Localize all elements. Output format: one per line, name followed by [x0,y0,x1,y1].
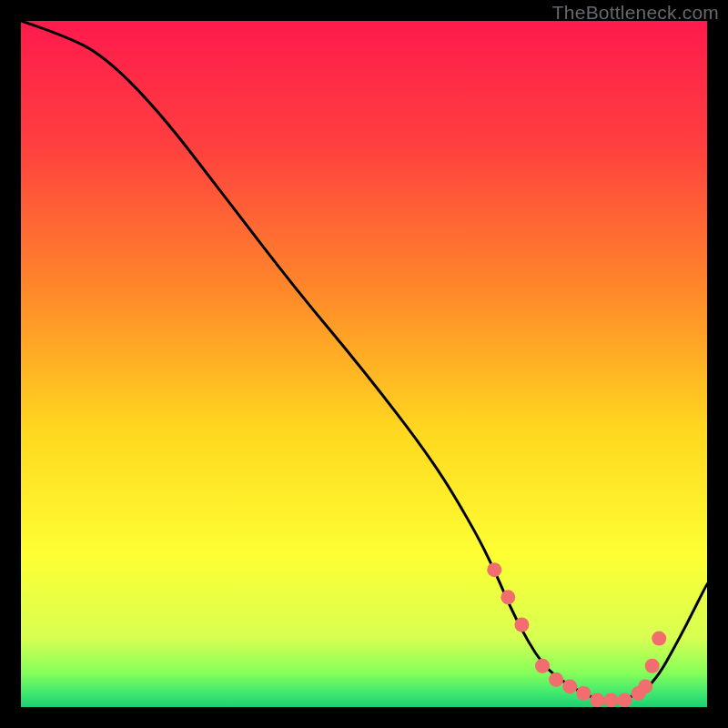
marker-dot [535,659,550,673]
bottleneck-chart [21,21,707,707]
chart-canvas [21,21,707,707]
watermark-text: TheBottleneck.com [552,2,719,24]
marker-dot [562,679,577,693]
marker-dot [549,672,563,687]
marker-dot [652,632,666,646]
marker-dot [638,679,652,693]
gradient-background [21,21,707,707]
marker-dot [603,693,618,707]
marker-dot [514,618,529,632]
marker-dot [618,693,632,707]
marker-dot [576,686,591,701]
marker-dot [590,693,604,707]
marker-dot [645,659,660,673]
marker-dot [487,562,501,577]
marker-dot [500,590,515,604]
